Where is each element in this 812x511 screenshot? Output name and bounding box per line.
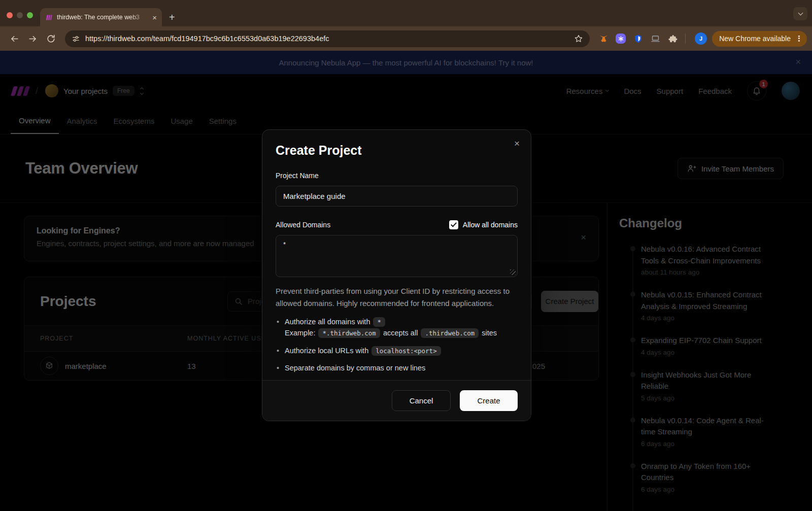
back-button[interactable] [7, 31, 21, 46]
window-zoom-button[interactable] [27, 12, 33, 18]
shield-extension-icon[interactable] [631, 31, 645, 46]
reload-icon [46, 34, 56, 44]
tip-separate-domains: Separate domains by commas or new lines [276, 362, 518, 373]
metamask-extension-icon[interactable] [596, 31, 611, 46]
chrome-update-button[interactable]: New Chrome available ⋮ [712, 31, 807, 47]
site-info-icon[interactable] [72, 35, 80, 43]
chrome-profile-avatar[interactable]: J [695, 32, 707, 45]
reload-button[interactable] [44, 31, 58, 46]
domains-textarea[interactable]: * [276, 235, 518, 277]
toolbar-divider [685, 33, 686, 44]
code-chip: * [373, 317, 385, 327]
tab-search-button[interactable] [793, 7, 807, 20]
browser-tab[interactable]: thirdweb: The complete web3 × [40, 8, 162, 26]
chevron-down-icon [798, 11, 803, 16]
tip-authorize-all: Authorize all domains with * Example: *.… [276, 316, 518, 339]
modal-title: Create Project [276, 143, 518, 158]
snowflake-extension-icon[interactable] [616, 33, 626, 44]
browser-chrome: thirdweb: The complete web3 × + https://… [0, 0, 812, 51]
chrome-update-label: New Chrome available [719, 35, 791, 43]
new-tab-button[interactable]: + [169, 12, 175, 23]
forward-arrow-icon [28, 34, 38, 44]
create-project-modal: Create Project × Project Name Allowed Do… [262, 129, 531, 421]
modal-footer: Cancel Create [262, 380, 531, 421]
domains-help-text: Prevent third-parties from using your Cl… [276, 285, 518, 310]
tab-strip: thirdweb: The complete web3 × + [0, 0, 812, 26]
cancel-button[interactable]: Cancel [392, 390, 451, 411]
allow-all-checkbox[interactable] [449, 220, 458, 229]
project-name-label: Project Name [276, 172, 518, 180]
window-close-button[interactable] [7, 12, 13, 18]
page-viewport: Announcing Nebula App — the most powerfu… [0, 51, 812, 511]
tab-title: thirdweb: The complete web3 [57, 14, 148, 21]
domains-textarea-wrap: * [276, 235, 518, 277]
code-chip: .thirdweb.com [421, 328, 479, 338]
domains-tips-list: Authorize all domains with * Example: *.… [276, 316, 518, 374]
create-button[interactable]: Create [460, 390, 518, 411]
url-text[interactable]: https://thirdweb.com/team/fcd194917bc9c6… [85, 35, 569, 43]
tab-close-icon[interactable]: × [152, 14, 157, 21]
browser-menu-icon[interactable]: ⋮ [795, 34, 803, 43]
tip-authorize-local: Authorize local URLs with localhost:<por… [276, 345, 518, 356]
extensions-puzzle-icon[interactable] [665, 31, 680, 46]
modal-close-icon[interactable]: × [514, 139, 520, 148]
allowed-domains-label: Allowed Domains [276, 221, 330, 229]
laptop-extension-icon[interactable] [648, 31, 662, 46]
project-name-input[interactable] [276, 186, 518, 207]
browser-toolbar: https://thirdweb.com/team/fcd194917bc9c6… [0, 26, 812, 51]
window-minimize-button[interactable] [17, 12, 23, 18]
allow-all-label: Allow all domains [463, 221, 518, 229]
allow-all-domains-toggle[interactable]: Allow all domains [449, 220, 518, 229]
code-chip: localhost:<port> [371, 346, 441, 356]
window-controls[interactable] [0, 12, 33, 26]
back-arrow-icon [10, 34, 19, 44]
thirdweb-favicon [45, 14, 53, 21]
code-chip: *.thirdweb.com [318, 328, 380, 338]
forward-button[interactable] [25, 31, 40, 46]
url-bar[interactable]: https://thirdweb.com/team/fcd194917bc9c6… [65, 30, 590, 47]
bookmark-star-icon[interactable] [574, 34, 583, 43]
